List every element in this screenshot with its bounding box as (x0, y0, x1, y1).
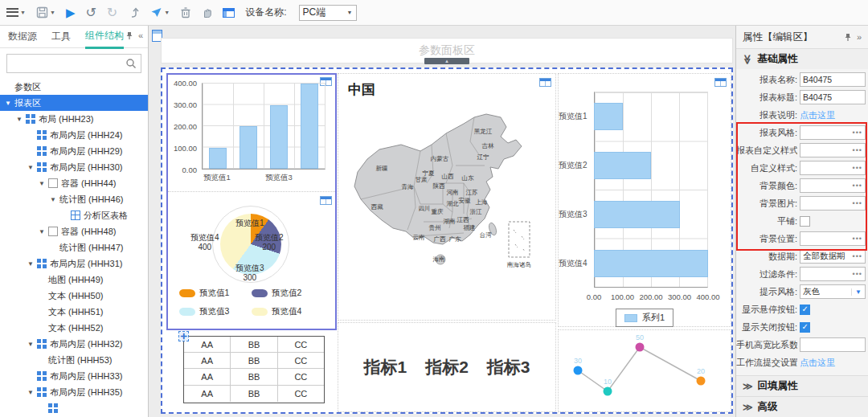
province-label[interactable]: 山东 (462, 174, 474, 182)
collapse-panel-icon[interactable]: » (857, 32, 862, 42)
tree-item[interactable]: 文本 (HHH52) (0, 320, 148, 336)
format-brush-button[interactable]: ▼ (150, 6, 170, 18)
province-label[interactable]: 广东 (449, 235, 461, 243)
tree-item[interactable]: ▼ 布局内层 (HHH35) (0, 384, 148, 400)
ellipsis-button[interactable]: ••• (853, 199, 862, 207)
field-input[interactable]: ••• (800, 125, 866, 140)
publish-button[interactable] (128, 6, 140, 18)
pin-icon[interactable] (844, 33, 852, 42)
bar[interactable] (301, 84, 318, 169)
data-point[interactable] (604, 387, 612, 396)
province-label[interactable]: 浙江 (470, 208, 482, 216)
field-input[interactable]: B40475 ••• (800, 90, 866, 104)
ellipsis-button[interactable]: ••• (853, 252, 862, 260)
report-area[interactable]: 400.00300.00200.00100.000.00 预览值1 预览值3 预… (161, 67, 733, 414)
pin-icon[interactable] (125, 31, 133, 40)
tree-expand-arrow[interactable]: ▼ (39, 228, 48, 235)
table-cell[interactable]: BB (231, 369, 277, 384)
tree-item[interactable]: 文本 (HHH51) (0, 304, 148, 320)
tree-item[interactable]: 参数区 (0, 79, 148, 95)
map-widget[interactable]: 中国 南海诸岛 新疆西藏青海甘肃内蒙古黑龙江吉林辽宁宁夏山西山东陕西河南江苏 (338, 73, 556, 321)
table-cell[interactable]: CC (278, 386, 324, 402)
ellipsis-button[interactable]: ••• (853, 146, 862, 154)
selected-container[interactable]: 400.00300.00200.00100.000.00 预览值1 预览值3 预… (166, 73, 337, 330)
indicator-text[interactable]: 指标3 (487, 356, 530, 378)
province-label[interactable]: 青海 (402, 183, 414, 191)
data-point[interactable] (636, 343, 645, 352)
field-input[interactable]: ••• (800, 267, 866, 281)
province-label[interactable]: 江苏 (466, 189, 478, 197)
indicator-text[interactable]: 指标1 (363, 356, 407, 378)
tree-item[interactable]: ▼ 报表区 (0, 95, 148, 111)
province-label[interactable]: 海南 (433, 256, 445, 264)
panel-collapse-handle[interactable]: ▲ (424, 58, 469, 64)
chart-settings-icon[interactable] (714, 78, 727, 87)
analysis-table[interactable]: AA BB CC AA BB CC AA BB CC AA (183, 336, 325, 403)
province-label[interactable]: 黑龙江 (474, 128, 493, 136)
section-writeback-properties[interactable]: ≫ 回填属性 (736, 375, 868, 396)
legend-item[interactable]: 预览值1 (179, 288, 252, 299)
province-label[interactable]: 云南 (413, 234, 425, 242)
tree-expand-arrow[interactable]: ▼ (27, 164, 37, 171)
tree-expand-arrow[interactable]: ▼ (50, 196, 59, 203)
field-input[interactable]: ••• (800, 161, 866, 175)
bar-chart-widget[interactable]: 400.00300.00200.00100.000.00 预览值1 预览值3 (168, 75, 335, 192)
table-cell[interactable]: BB (231, 337, 277, 352)
field-input[interactable]: ••• (800, 337, 866, 352)
province-label[interactable]: 西藏 (371, 203, 383, 211)
field-input[interactable]: ••• (800, 143, 866, 157)
field-input[interactable]: ••• (800, 231, 866, 246)
tree-expand-arrow[interactable]: ▼ (5, 100, 14, 107)
tree-item[interactable]: 统计图 (HHH47) (0, 239, 148, 256)
tree-item[interactable]: ▼ 容器 (HHH48) (0, 223, 148, 239)
sidebar-tab[interactable]: 工具 (51, 26, 71, 47)
layout-button[interactable] (223, 8, 235, 18)
tree-expand-arrow[interactable]: ▼ (27, 260, 37, 268)
line-chart-widget[interactable]: 30 10 50 20 (558, 329, 731, 412)
bar[interactable] (594, 201, 680, 228)
ellipsis-button[interactable]: ••• (853, 235, 862, 243)
section-advanced[interactable]: ≫ 高级 (736, 396, 868, 417)
tree-expand-arrow[interactable]: ▼ (27, 389, 37, 396)
tree-item[interactable]: ▼ 布局内层 (HHH32) (0, 336, 148, 352)
menu-button[interactable]: ▼ (6, 8, 26, 17)
table-cell[interactable]: CC (278, 369, 324, 384)
legend-item[interactable]: 预览值2 (252, 288, 324, 299)
table-cell[interactable]: AA (184, 369, 231, 384)
tree-item[interactable]: ▼ 容器 (HHH44) (0, 175, 148, 191)
field-input[interactable]: ••• (800, 178, 866, 193)
tree-item[interactable]: ▼ 布局内层 (HHH31) (0, 256, 148, 272)
device-select[interactable]: PC端▼ (299, 5, 357, 21)
tree-item[interactable] (0, 400, 148, 416)
province-label[interactable]: 台湾 (480, 231, 492, 239)
move-handle-icon[interactable]: ✛ (178, 331, 189, 341)
province-label[interactable]: 江西 (457, 216, 469, 224)
bar[interactable] (594, 103, 623, 130)
field-input[interactable]: B40475 ••• (800, 72, 866, 87)
ellipsis-button[interactable]: ••• (853, 129, 862, 137)
tree-expand-arrow[interactable]: ▼ (16, 116, 26, 123)
legend-item[interactable]: 预览值4 (252, 306, 324, 317)
field-checkbox[interactable] (800, 322, 810, 333)
table-cell[interactable]: BB (231, 386, 277, 402)
bar[interactable] (594, 152, 651, 179)
legend-item[interactable]: 预览值3 (179, 306, 252, 317)
table-cell[interactable]: CC (278, 353, 324, 368)
tree-item[interactable]: ▼ 布局 (HHH23) (0, 111, 148, 127)
hbar-chart-widget[interactable]: 预览值1 预览值2 预览值3 预览值4 (558, 73, 731, 327)
province-label[interactable]: 湖北 (447, 200, 459, 208)
indicator-text[interactable]: 指标2 (425, 356, 469, 378)
collapse-panel-icon[interactable]: « (138, 31, 143, 40)
bar[interactable] (209, 148, 227, 170)
chart-legend[interactable]: 系列1 (616, 309, 674, 327)
table-cell[interactable]: CC (278, 337, 324, 352)
table-cell[interactable]: AA (184, 337, 231, 352)
bar[interactable] (594, 250, 708, 277)
field-link[interactable]: 点击这里 (800, 109, 835, 121)
tree-item[interactable]: ▼ 布局内层 (HHH30) (0, 159, 148, 175)
redo-button[interactable]: ↻ (107, 6, 117, 19)
field-select[interactable]: 灰色 ▼ (800, 284, 866, 299)
pie-chart-widget[interactable]: 预览值1 预览值2200 预览值3300 预览值4400 预览值1 预览值2 (168, 193, 335, 329)
bar[interactable] (270, 105, 288, 170)
field-checkbox[interactable] (800, 216, 810, 227)
